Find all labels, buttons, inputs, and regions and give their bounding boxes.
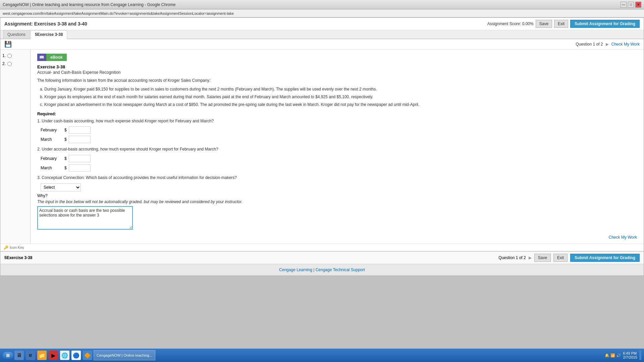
exercise-item-b: b. Kroger pays its employees at the end … (40, 94, 637, 100)
q2-march-row: March $ (41, 164, 637, 172)
check-my-work-link-top[interactable]: Check My Work (611, 42, 640, 47)
maximize-button[interactable]: □ (628, 2, 634, 8)
footer: Cengage Learning | Cengage Technical Sup… (0, 264, 644, 276)
q1-radio[interactable] (7, 54, 12, 58)
key-icon: 🔑 (4, 245, 8, 250)
q1-mar-dollar: $ (64, 137, 67, 142)
bottom-right-actions: Question 1 of 2 ▶ Save Exit Submit Assig… (498, 254, 640, 262)
floppy-disk-icon: 💾 (4, 41, 12, 48)
q2-number: 2. (2, 61, 6, 66)
q2-february-input[interactable] (69, 155, 91, 162)
cengage-learning-link[interactable]: Cengage Learning (279, 267, 312, 272)
q1-feb-label: February (41, 128, 62, 132)
q1-february-input[interactable] (69, 126, 91, 134)
question1-text: 1. Under cash-basis accounting, how much… (37, 118, 637, 124)
exercise-item-a: a. During January, Kroger paid $9,150 fo… (40, 86, 637, 93)
top-right-actions: Assignment Score: 0.00% Save Exit Submit… (487, 20, 640, 28)
sidebar-item-q2[interactable]: 2. (2, 60, 29, 68)
q2-march-input[interactable] (69, 164, 91, 172)
bottom-question-counter: Question 1 of 2 (498, 255, 526, 260)
tab-bar: Questions 5Exercise 3-38 (0, 30, 644, 39)
grading-note: The input in the box below will not be a… (37, 199, 637, 204)
assignment-title: Assignment: Exercises 3-38 and 3-40 (4, 21, 87, 26)
main-layout: 1. 2. 📖 eBook Exercise 3-38 Accrual- and… (0, 50, 644, 244)
question-counter-top: Question 1 of 2 (576, 42, 603, 47)
save-button[interactable]: Save (536, 20, 552, 28)
score-text: Assignment Score: 0.00% (487, 21, 534, 26)
close-button[interactable]: ✕ (635, 2, 641, 8)
submit-assignment-button-top[interactable]: Submit Assignment for Grading (570, 20, 640, 28)
q2-mar-label: March (41, 166, 62, 170)
exercise-intro: The following information is taken from … (37, 77, 637, 83)
bottom-nav-arrow[interactable]: ▶ (529, 255, 532, 260)
next-question-arrow[interactable]: ▶ (606, 42, 609, 47)
question3-text: 3. Conceptual Connection: Which basis of… (37, 175, 637, 181)
bottom-tab-label: 5Exercise 3-38 (4, 255, 32, 260)
icon-key-bar: 🔑 Icon Key (0, 244, 644, 251)
minimize-button[interactable]: — (621, 2, 627, 8)
address-bar: west.cengagenow.com/ilrn/takeAssignment/… (0, 9, 644, 17)
browser-title: CengageNOW | Online teaching and learnin… (3, 2, 175, 7)
question-nav-top: 💾 Question 1 of 2 ▶ Check My Work (0, 39, 644, 50)
exit-button-bottom[interactable]: Exit (553, 254, 568, 262)
check-my-work-bottom-container: Check My Work (37, 235, 637, 240)
bottom-bar: 5Exercise 3-38 Question 1 of 2 ▶ Save Ex… (0, 251, 644, 264)
sidebar-item-q1[interactable]: 1. (2, 52, 29, 60)
content-area: 📖 eBook Exercise 3-38 Accrual- and Cash-… (31, 50, 644, 244)
q3-accounting-basis-select[interactable]: Select Accrual basis Cash basis (41, 183, 81, 191)
q3-select-container: Select Accrual basis Cash basis (41, 183, 637, 191)
browser-titlebar: CengageNOW | Online teaching and learnin… (0, 0, 644, 9)
ebook-label[interactable]: eBook (46, 54, 67, 61)
tab-questions[interactable]: Questions (3, 30, 30, 39)
submit-assignment-button-bottom[interactable]: Submit Assignment for Grading (570, 254, 640, 262)
why-label: Why? (37, 193, 637, 198)
check-my-work-link-bottom[interactable]: Check My Work (609, 235, 637, 240)
app-window: Assignment: Exercises 3-38 and 3-40 Assi… (0, 17, 644, 276)
q1-number: 1. (2, 53, 6, 58)
why-text-input[interactable]: Accrual basis or cash basis are the two … (37, 206, 133, 230)
ebook-button-container: 📖 eBook (37, 54, 637, 61)
q2-radio[interactable] (7, 62, 12, 66)
save-button-bottom[interactable]: Save (534, 254, 551, 262)
technical-support-link[interactable]: Cengage Technical Support (316, 267, 365, 272)
tab-exercise-3-38[interactable]: 5Exercise 3-38 (31, 30, 67, 39)
q2-feb-label: February (41, 156, 62, 161)
question-nav-left: 💾 (4, 41, 12, 48)
exercise-subtitle: Accrual- and Cash-Basis Expense Recognit… (37, 70, 637, 75)
ebook-book-icon: 📖 (37, 54, 46, 61)
q2-feb-dollar: $ (64, 156, 67, 161)
q1-march-input[interactable] (69, 136, 91, 143)
top-bar: Assignment: Exercises 3-38 and 3-40 Assi… (0, 18, 644, 30)
q1-march-row: March $ (41, 136, 637, 143)
q1-mar-label: March (41, 137, 62, 142)
q2-mar-dollar: $ (64, 166, 67, 170)
browser-controls: — □ ✕ (621, 2, 641, 8)
q1-february-row: February $ (41, 126, 637, 134)
questions-sidebar: 1. 2. (0, 50, 31, 244)
icon-key-label: Icon Key (10, 245, 24, 249)
url-text: west.cengagenow.com/ilrn/takeAssignment/… (3, 11, 234, 15)
q1-feb-dollar: $ (64, 128, 67, 132)
exit-button[interactable]: Exit (554, 20, 568, 28)
question-nav-right: Question 1 of 2 ▶ Check My Work (576, 42, 640, 47)
exercise-title: Exercise 3-38 (37, 64, 637, 69)
exercise-item-c: c. Kroger placed an advertisement in the… (40, 102, 637, 108)
q2-february-row: February $ (41, 155, 637, 162)
required-label: Required: (37, 112, 637, 116)
question2-text: 2. Under accrual-basis accounting, how m… (37, 146, 637, 152)
